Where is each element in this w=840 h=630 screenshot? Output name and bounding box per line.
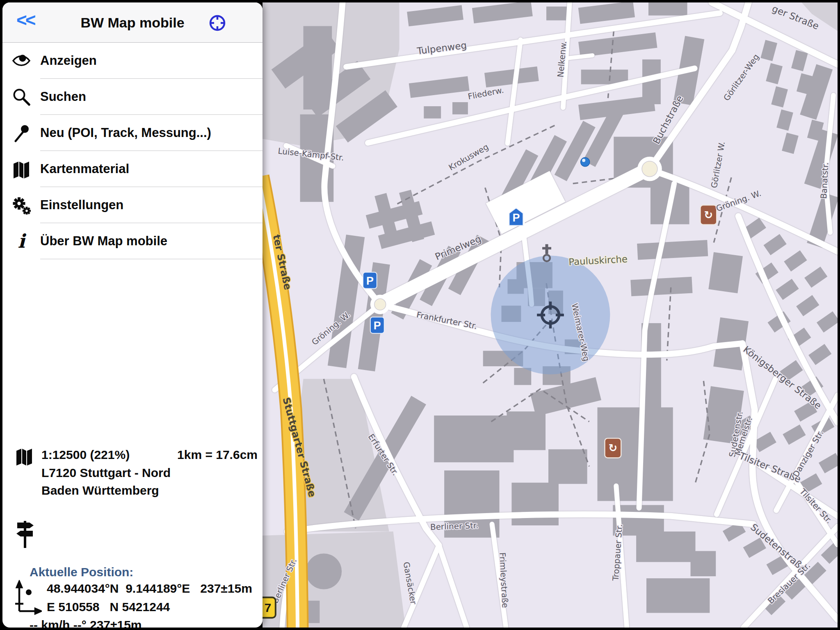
menu-item-anzeigen[interactable]: Anzeigen	[2, 43, 262, 79]
map-scale-value: 1:12500 (221%)	[41, 448, 130, 462]
gps-accuracy-circle	[491, 256, 610, 374]
map-sheet-icon	[15, 446, 34, 468]
parking-icon: P	[370, 317, 384, 333]
map-sheet-name: L7120 Stuttgart - Nord	[41, 466, 171, 480]
menu-item-label: Anzeigen	[40, 43, 262, 79]
street-label: Berliner Str.	[430, 521, 479, 532]
parking-icon: P	[363, 272, 377, 289]
menu-item-neu[interactable]: Neu (POI, Track, Messung...)	[2, 115, 262, 151]
menu-item-label: Kartenmaterial	[40, 151, 262, 187]
road-number-badge: 7	[262, 598, 276, 618]
sidebar-header: << BW Map mobile	[2, 2, 262, 43]
position-coordinates: 48.944034°N 9.144189°E 237±15m	[47, 582, 252, 596]
position-utm: E 510558 N 5421244	[47, 600, 170, 614]
menu-item-kartenmaterial[interactable]: Kartenmaterial	[2, 151, 262, 187]
crosshair-icon	[208, 13, 227, 33]
sidebar-panel: << BW Map mobile Anzeigen	[2, 2, 262, 628]
svg-text:7: 7	[265, 601, 272, 614]
map-region-name: Baden Württemberg	[41, 484, 159, 498]
pin-icon	[2, 115, 40, 151]
svg-text:↻: ↻	[704, 209, 713, 221]
position-speed-heading: -- km/h --° 237±15m	[30, 618, 142, 628]
svg-text:P: P	[374, 320, 381, 332]
map-ruler-value: 1km = 17.6cm	[177, 448, 258, 462]
info-icon: i	[2, 223, 40, 259]
svg-text:↻: ↻	[608, 442, 617, 454]
map-canvas[interactable]: P P P ↻ ↻	[262, 2, 838, 628]
menu-item-label: Suchen	[40, 79, 262, 115]
position-heading: Aktuelle Position:	[30, 565, 133, 579]
signpost-icon	[14, 518, 36, 551]
street-label: Banatstr.	[819, 162, 831, 199]
recycling-icon: ↻	[605, 438, 621, 458]
locate-position-button[interactable]	[208, 13, 227, 33]
poi-dot-icon	[581, 158, 590, 167]
axes-icon	[13, 580, 42, 619]
menu-item-suchen[interactable]: Suchen	[2, 79, 262, 115]
svg-text:P: P	[366, 275, 374, 287]
map-icon	[2, 151, 40, 187]
gears-icon	[2, 187, 40, 223]
menu-item-ueber[interactable]: i Über BW Map mobile	[2, 223, 262, 259]
search-icon	[2, 79, 40, 115]
menu-item-einstellungen[interactable]: Einstellungen	[2, 187, 262, 223]
svg-text:P: P	[512, 212, 520, 224]
app-screen: P P P ↻ ↻	[0, 0, 840, 630]
menu-item-label: Neu (POI, Track, Messung...)	[40, 115, 262, 151]
recycling-icon: ↻	[700, 205, 717, 225]
menu-item-label: Über BW Map mobile	[40, 223, 262, 259]
eye-icon	[2, 43, 40, 79]
menu-item-label: Einstellungen	[40, 187, 262, 223]
